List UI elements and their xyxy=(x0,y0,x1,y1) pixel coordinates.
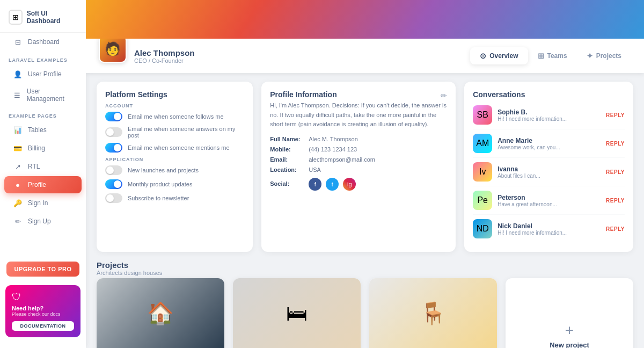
field-social: Social: f t ig xyxy=(270,177,447,191)
profile-icon: ● xyxy=(13,180,23,190)
reply-btn-anne[interactable]: REPLY xyxy=(606,141,625,147)
conversations-title: Conversations xyxy=(473,90,625,99)
documentation-button[interactable]: DOCUMENTATION xyxy=(12,321,74,331)
profile-banner xyxy=(86,0,644,39)
toggle-row-0: Email me when someone follows me xyxy=(105,112,244,121)
toggle-answers[interactable] xyxy=(105,127,122,137)
overview-icon: ⊙ xyxy=(480,52,486,60)
sidebar-item-label: Tables xyxy=(28,126,47,134)
convo-msg-ivanna: About files I can... xyxy=(497,173,601,179)
dashboard-icon: ⊟ xyxy=(13,37,23,47)
sidebar: ⊞ Soft UI Dashboard ⊟ Dashboard LARAVEL … xyxy=(0,0,86,348)
sidebar-item-user-management[interactable]: ☰ User Management xyxy=(4,84,82,106)
field-mobile: Mobile: (44) 123 1234 123 xyxy=(270,146,447,153)
help-subtitle: Please check our docs xyxy=(12,311,74,317)
app-toggle-label-1: Monthly product updates xyxy=(128,181,192,187)
sidebar-item-dashboard[interactable]: ⊟ Dashboard xyxy=(4,33,82,50)
toggle-newsletter[interactable] xyxy=(105,193,122,203)
tab-teams[interactable]: ⊞ Teams xyxy=(528,47,577,64)
avatar-nick: ND xyxy=(473,219,492,238)
billing-icon: 💳 xyxy=(13,143,23,153)
avatar: 🧑 xyxy=(99,35,127,63)
sidebar-item-signin[interactable]: 🔑 Sign In xyxy=(4,194,82,212)
convo-name-anne: Anne Marie xyxy=(497,137,601,144)
sidebar-item-label: RTL xyxy=(28,163,40,170)
projects-section: Projects Architects design houses 🏠 Proj… xyxy=(97,260,633,348)
convo-msg-anne: Awesome work, can you... xyxy=(497,144,601,150)
project-img-scandinavian: 🛏 xyxy=(233,278,361,348)
convo-body-peterson: Peterson Have a great afternoon... xyxy=(497,194,601,207)
toggle-label-1: Email me when someone answers on my post xyxy=(128,126,244,139)
project-card-scandinavian: 🛏 Project #1 Scandinavian Music is somet… xyxy=(233,278,361,348)
signin-icon: 🔑 xyxy=(13,198,23,208)
sidebar-item-signup[interactable]: ✏ Sign Up xyxy=(4,213,82,230)
reply-btn-ivanna[interactable]: REPLY xyxy=(606,169,625,175)
projects-icon: ✦ xyxy=(587,52,593,60)
sidebar-item-billing[interactable]: 💳 Billing xyxy=(4,140,82,157)
sidebar-item-label: Profile xyxy=(28,181,46,189)
app-name: Soft UI Dashboard xyxy=(27,10,77,25)
convo-name-sophie: Sophie B. xyxy=(497,108,601,116)
toggle-launches[interactable] xyxy=(105,165,122,175)
convo-body-anne: Anne Marie Awesome work, can you... xyxy=(497,137,601,150)
convo-name-ivanna: Ivanna xyxy=(497,165,601,173)
email-value: alecthompson@mail.com xyxy=(309,156,375,163)
toggle-monthly[interactable] xyxy=(105,179,122,189)
help-box: 🛡 Need help? Please check our docs DOCUM… xyxy=(5,285,80,337)
app-toggle-row-1: Monthly product updates xyxy=(105,179,244,189)
edit-icon[interactable]: ✏ xyxy=(441,91,447,100)
convo-item-sophie: SB Sophie B. Hi! I need more information… xyxy=(473,101,625,129)
reply-btn-nick[interactable]: REPLY xyxy=(606,226,625,232)
application-label: APPLICATION xyxy=(105,157,244,162)
field-fullname: Full Name: Alec M. Thompson xyxy=(270,136,447,142)
account-label: ACCOUNT xyxy=(105,103,244,108)
toggle-row-2: Email me when someone mentions me xyxy=(105,143,244,153)
help-title: Need help? xyxy=(12,305,74,311)
convo-name-peterson: Peterson xyxy=(497,194,601,201)
convo-item-anne: AM Anne Marie Awesome work, can you... R… xyxy=(473,129,625,158)
tab-teams-label: Teams xyxy=(547,52,567,60)
sidebar-section-examples: EXAMPLE PAGES xyxy=(0,107,86,121)
profile-bar: 🧑 Alec Thompson CEO / Co-Founder ⊙ Overv… xyxy=(86,39,644,73)
sidebar-item-tables[interactable]: 📊 Tables xyxy=(4,121,82,139)
rtl-icon: ↗ xyxy=(13,162,23,171)
tab-projects[interactable]: ✦ Projects xyxy=(577,47,631,64)
sidebar-item-rtl[interactable]: ↗ RTL xyxy=(4,158,82,175)
sidebar-nav-main: ⊟ Dashboard xyxy=(0,33,86,51)
new-project-card[interactable]: + New project ⚙ xyxy=(506,278,633,348)
platform-settings-title: Platform Settings xyxy=(105,90,244,99)
project-card-minimalist: 🪑 Project #3 Minimalist Different people… xyxy=(369,278,497,348)
toggle-mentions[interactable] xyxy=(105,143,122,153)
signup-icon: ✏ xyxy=(13,216,23,226)
projects-subtitle: Architects design houses xyxy=(97,270,633,276)
project-img-modern: 🏠 xyxy=(97,278,224,348)
toggle-label-2: Email me when someone mentions me xyxy=(128,144,230,151)
reply-btn-peterson[interactable]: REPLY xyxy=(606,198,625,204)
field-email: Email: alecthompson@mail.com xyxy=(270,156,447,163)
toggle-follows[interactable] xyxy=(105,112,122,121)
twitter-icon[interactable]: t xyxy=(326,178,339,191)
avatar-anne: AM xyxy=(473,134,492,153)
toggle-label-0: Email me when someone follows me xyxy=(128,113,224,120)
instagram-icon[interactable]: ig xyxy=(343,178,356,191)
upgrade-pro-button[interactable]: UPGRADE TO PRO xyxy=(6,262,79,277)
sidebar-item-user-profile[interactable]: 👤 User Profile xyxy=(4,66,82,83)
email-label: Email: xyxy=(270,156,309,163)
facebook-icon[interactable]: f xyxy=(309,178,321,191)
location-value: USA xyxy=(309,166,321,173)
sidebar-item-label: Billing xyxy=(28,144,45,152)
avatar-ivanna: Iv xyxy=(473,162,492,182)
reply-btn-sophie[interactable]: REPLY xyxy=(606,112,625,118)
app-toggle-row-0: New launches and projects xyxy=(105,165,244,175)
profile-role: CEO / Co-Founder xyxy=(134,57,470,64)
sidebar-section-laravel: LARAVEL EXAMPLES xyxy=(0,51,86,65)
sidebar-item-label: User Profile xyxy=(28,70,62,78)
tab-overview[interactable]: ⊙ Overview xyxy=(470,47,528,64)
app-toggle-label-0: New launches and projects xyxy=(128,167,199,173)
social-label: Social: xyxy=(270,180,309,187)
convo-item-nick: ND Nick Daniel Hi! I need more informati… xyxy=(473,215,625,243)
profile-details: Alec Thompson CEO / Co-Founder xyxy=(134,48,470,64)
help-icon: 🛡 xyxy=(12,292,74,303)
sidebar-item-label: User Management xyxy=(27,88,73,103)
sidebar-item-profile[interactable]: ● Profile xyxy=(4,176,82,193)
